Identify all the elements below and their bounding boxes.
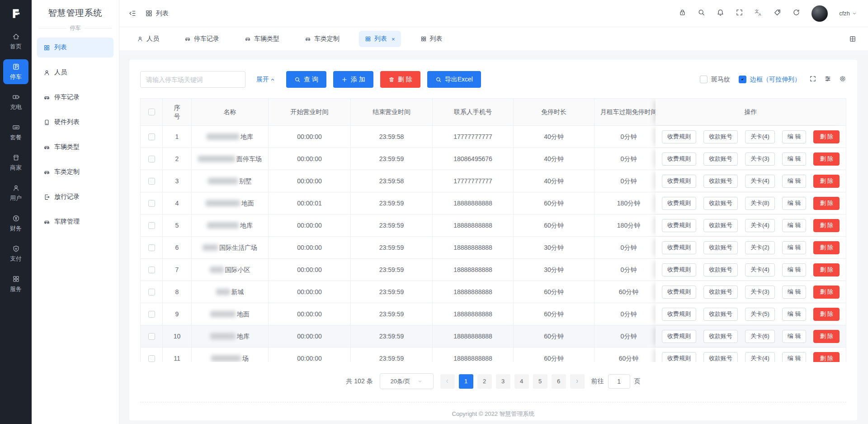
- gates-button[interactable]: 关卡(5): [745, 308, 775, 321]
- edit-button[interactable]: 编 辑: [782, 286, 807, 299]
- query-button[interactable]: 查 询: [286, 71, 326, 88]
- edit-button[interactable]: 编 辑: [782, 241, 807, 254]
- fee-rules-button[interactable]: 收费规则: [662, 286, 696, 299]
- payment-account-button[interactable]: 收款账号: [703, 308, 738, 321]
- payment-account-button[interactable]: 收款账号: [703, 130, 738, 143]
- table-gear-button[interactable]: [839, 75, 846, 84]
- delete-button[interactable]: 删 除: [813, 352, 840, 362]
- fee-rules-button[interactable]: 收费规则: [662, 152, 696, 166]
- add-button[interactable]: 添 加: [333, 71, 373, 88]
- expand-toggle[interactable]: 展开: [256, 76, 275, 84]
- search-input[interactable]: [140, 71, 245, 88]
- fee-rules-button[interactable]: 收费规则: [662, 330, 696, 343]
- tab-list-2[interactable]: 列表: [415, 31, 448, 47]
- row-checkbox[interactable]: [148, 222, 155, 229]
- avatar[interactable]: [811, 5, 828, 22]
- page-button-2[interactable]: 2: [477, 374, 492, 389]
- sidebar-item-list[interactable]: 列表: [37, 38, 113, 57]
- goto-input[interactable]: [608, 374, 630, 389]
- gates-button[interactable]: 关卡(4): [745, 352, 775, 362]
- delete-button[interactable]: 删 除: [813, 286, 840, 299]
- page-button-1[interactable]: 1: [459, 374, 473, 389]
- row-checkbox[interactable]: [148, 133, 155, 140]
- payment-account-button[interactable]: 收款账号: [703, 330, 738, 343]
- payment-account-button[interactable]: 收款账号: [703, 152, 738, 166]
- row-checkbox[interactable]: [148, 267, 155, 273]
- row-checkbox[interactable]: [148, 200, 155, 207]
- fee-rules-button[interactable]: 收费规则: [662, 308, 696, 321]
- topbar-fullscreen-button[interactable]: [736, 9, 743, 18]
- select-all-checkbox[interactable]: [148, 109, 155, 115]
- row-checkbox[interactable]: [148, 244, 155, 251]
- gates-button[interactable]: 关卡(4): [745, 263, 775, 276]
- delete-button[interactable]: 删 除: [813, 330, 840, 343]
- collapse-sidebar-icon[interactable]: [128, 10, 136, 17]
- edit-button[interactable]: 编 辑: [782, 263, 807, 276]
- payment-account-button[interactable]: 收款账号: [703, 197, 738, 210]
- gates-button[interactable]: 关卡(3): [745, 152, 775, 166]
- edit-button[interactable]: 编 辑: [782, 308, 807, 321]
- delete-button[interactable]: 删 除: [813, 308, 840, 321]
- rail-item-charge[interactable]: 充电: [3, 90, 28, 114]
- layout-grid-icon[interactable]: [849, 35, 856, 43]
- app-logo[interactable]: [10, 0, 22, 27]
- prev-page-button[interactable]: [440, 374, 455, 389]
- gates-button[interactable]: 关卡(8): [745, 197, 775, 210]
- edit-button[interactable]: 编 辑: [782, 197, 807, 210]
- fee-rules-button[interactable]: 收费规则: [662, 130, 696, 143]
- edit-button[interactable]: 编 辑: [782, 130, 807, 143]
- page-button-5[interactable]: 5: [533, 374, 547, 389]
- sidebar-item-personnel[interactable]: 人员: [37, 62, 113, 82]
- row-checkbox[interactable]: [148, 289, 155, 295]
- rail-item-merchant[interactable]: 商家: [3, 150, 28, 175]
- rail-item-finance[interactable]: 财务: [3, 211, 28, 236]
- gates-button[interactable]: 关卡(4): [745, 219, 775, 232]
- delete-button[interactable]: 删 除: [380, 71, 420, 88]
- topbar-refresh-button[interactable]: [793, 9, 800, 18]
- rail-item-parking[interactable]: 停车: [3, 59, 28, 84]
- row-checkbox[interactable]: [148, 311, 155, 318]
- row-checkbox[interactable]: [148, 178, 155, 185]
- tab-list[interactable]: 列表×: [359, 31, 401, 47]
- page-button-3[interactable]: 3: [496, 374, 510, 389]
- delete-button[interactable]: 删 除: [813, 241, 840, 254]
- topbar-tag-button[interactable]: [774, 9, 781, 18]
- rail-item-payment[interactable]: 支付: [3, 241, 28, 266]
- fee-rules-button[interactable]: 收费规则: [662, 241, 696, 254]
- row-checkbox[interactable]: [148, 156, 155, 162]
- zebra-checkbox[interactable]: 斑马纹: [700, 76, 730, 84]
- gates-button[interactable]: 关卡(4): [745, 130, 775, 143]
- payment-account-button[interactable]: 收款账号: [703, 241, 738, 254]
- sidebar-item-pass-records[interactable]: 放行记录: [37, 187, 113, 207]
- export-button[interactable]: 导出Excel: [427, 71, 481, 88]
- delete-button[interactable]: 删 除: [813, 175, 840, 188]
- table-listset-button[interactable]: [824, 75, 831, 84]
- tab-vehicle-types[interactable]: 车辆类型: [239, 31, 285, 47]
- gates-button[interactable]: 关卡(2): [745, 241, 775, 254]
- tab-personnel[interactable]: 人员: [131, 31, 165, 47]
- payment-account-button[interactable]: 收款账号: [703, 263, 738, 276]
- fee-rules-button[interactable]: 收费规则: [662, 219, 696, 232]
- rail-item-home[interactable]: 首页: [3, 29, 28, 54]
- row-checkbox[interactable]: [148, 355, 155, 362]
- row-checkbox[interactable]: [148, 333, 155, 340]
- sidebar-item-hardware-list[interactable]: 硬件列表: [37, 112, 113, 132]
- topbar-lock-button[interactable]: [679, 9, 686, 18]
- fee-rules-button[interactable]: 收费规则: [662, 197, 696, 210]
- sidebar-item-vehicle-custom[interactable]: 车类定制: [37, 162, 113, 182]
- border-checkbox[interactable]: 边框（可拉伸列）: [739, 76, 801, 84]
- sidebar-item-plate-management[interactable]: 车牌管理: [37, 212, 113, 232]
- payment-account-button[interactable]: 收款账号: [703, 352, 738, 362]
- tab-parking-records[interactable]: 停车记录: [179, 31, 225, 47]
- edit-button[interactable]: 编 辑: [782, 330, 807, 343]
- edit-button[interactable]: 编 辑: [782, 352, 807, 362]
- fee-rules-button[interactable]: 收费规则: [662, 175, 696, 188]
- rail-item-user[interactable]: 用户: [3, 181, 28, 205]
- delete-button[interactable]: 删 除: [813, 263, 840, 276]
- page-size-select[interactable]: 20条/页: [380, 373, 434, 389]
- gates-button[interactable]: 关卡(6): [745, 330, 775, 343]
- page-button-4[interactable]: 4: [514, 374, 529, 389]
- edit-button[interactable]: 编 辑: [782, 175, 807, 188]
- fee-rules-button[interactable]: 收费规则: [662, 263, 696, 276]
- delete-button[interactable]: 删 除: [813, 152, 840, 166]
